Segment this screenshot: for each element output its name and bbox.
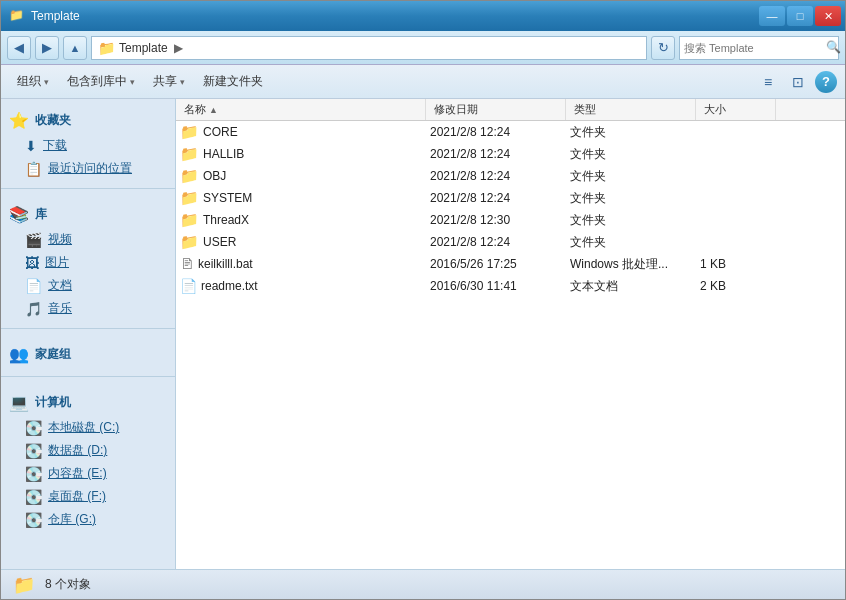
driveF-label: 桌面盘 (F:) [48, 488, 106, 505]
search-input[interactable] [684, 42, 822, 54]
driveG-label: 仓库 (G:) [48, 511, 96, 528]
downloads-label: 下载 [43, 137, 67, 154]
favorites-header[interactable]: ⭐ 收藏夹 [1, 107, 175, 134]
new-folder-button[interactable]: 新建文件夹 [195, 69, 271, 95]
table-row[interactable]: 🖹 keilkilll.bat 2016/5/26 17:25 Windows … [176, 253, 845, 275]
forward-button[interactable]: ▶ [35, 36, 59, 60]
cell-date: 2016/5/26 17:25 [430, 257, 570, 271]
sidebar-item-music[interactable]: 🎵 音乐 [1, 297, 175, 320]
include-button[interactable]: 包含到库中 ▾ [59, 69, 143, 95]
folder-icon: 📁 [180, 233, 199, 251]
computer-header[interactable]: 💻 计算机 [1, 389, 175, 416]
minimize-button[interactable]: — [759, 6, 785, 26]
main-area: ⭐ 收藏夹 ⬇ 下载 📋 最近访问的位置 📚 库 [1, 99, 845, 569]
driveE-label: 内容盘 (E:) [48, 465, 107, 482]
cell-date: 2021/2/8 12:24 [430, 147, 570, 161]
sidebar-item-driveC[interactable]: 💽 本地磁盘 (C:) [1, 416, 175, 439]
music-icon: 🎵 [25, 301, 42, 317]
table-row[interactable]: 📁 SYSTEM 2021/2/8 12:24 文件夹 [176, 187, 845, 209]
col-header-name[interactable]: 名称 ▲ [176, 99, 426, 120]
file-area: 名称 ▲ 修改日期 类型 大小 📁 CORE 2021/2/8 12:24 [176, 99, 845, 569]
file-name: ThreadX [203, 213, 249, 227]
help-button[interactable]: ? [815, 71, 837, 93]
sidebar-item-video[interactable]: 🎬 视频 [1, 228, 175, 251]
new-folder-label: 新建文件夹 [203, 73, 263, 90]
path-text: Template [119, 41, 168, 55]
driveC-label: 本地磁盘 (C:) [48, 419, 119, 436]
file-name: keilkilll.bat [198, 257, 253, 271]
cell-name: 📁 SYSTEM [180, 189, 430, 207]
sidebar-item-images[interactable]: 🖼 图片 [1, 251, 175, 274]
share-button[interactable]: 共享 ▾ [145, 69, 193, 95]
driveF-icon: 💽 [25, 489, 42, 505]
driveE-icon: 💽 [25, 466, 42, 482]
cell-type: 文件夹 [570, 234, 700, 251]
sort-arrow: ▲ [209, 105, 218, 115]
driveD-label: 数据盘 (D:) [48, 442, 107, 459]
back-button[interactable]: ◀ [7, 36, 31, 60]
folder-icon: 📁 [180, 145, 199, 163]
close-button[interactable]: ✕ [815, 6, 841, 26]
organize-label: 组织 [17, 73, 41, 90]
folder-icon: 📁 [180, 167, 199, 185]
cell-date: 2021/2/8 12:30 [430, 213, 570, 227]
sidebar-item-driveG[interactable]: 💽 仓库 (G:) [1, 508, 175, 531]
organize-dropdown-arrow: ▾ [44, 77, 49, 87]
address-bar: ◀ ▶ ▲ 📁 Template ▶ ↻ 🔍 [1, 31, 845, 65]
homegroup-label: 家庭组 [35, 346, 71, 363]
sidebar-item-driveD[interactable]: 💽 数据盘 (D:) [1, 439, 175, 462]
sidebar-item-recent[interactable]: 📋 最近访问的位置 [1, 157, 175, 180]
cell-type: 文件夹 [570, 146, 700, 163]
status-text: 8 个对象 [45, 576, 91, 593]
sidebar-item-docs[interactable]: 📄 文档 [1, 274, 175, 297]
up-button[interactable]: ▲ [63, 36, 87, 60]
sidebar-item-driveE[interactable]: 💽 内容盘 (E:) [1, 462, 175, 485]
search-box[interactable]: 🔍 [679, 36, 839, 60]
maximize-button[interactable]: □ [787, 6, 813, 26]
homegroup-header[interactable]: 👥 家庭组 [1, 341, 175, 368]
search-icon[interactable]: 🔍 [826, 40, 841, 56]
sidebar-item-downloads[interactable]: ⬇ 下载 [1, 134, 175, 157]
sidebar-section-favorites: ⭐ 收藏夹 ⬇ 下载 📋 最近访问的位置 [1, 99, 175, 184]
view-large-button[interactable]: ⊡ [785, 69, 811, 95]
docs-label: 文档 [48, 277, 72, 294]
cell-type: 文本文档 [570, 278, 700, 295]
window-icon: 📁 [9, 8, 25, 24]
organize-button[interactable]: 组织 ▾ [9, 69, 57, 95]
file-name: CORE [203, 125, 238, 139]
table-row[interactable]: 📁 CORE 2021/2/8 12:24 文件夹 [176, 121, 845, 143]
downloads-icon: ⬇ [25, 138, 37, 154]
view-details-button[interactable]: ≡ [755, 69, 781, 95]
music-label: 音乐 [48, 300, 72, 317]
table-row[interactable]: 📁 USER 2021/2/8 12:24 文件夹 [176, 231, 845, 253]
table-row[interactable]: 📁 HALLIB 2021/2/8 12:24 文件夹 [176, 143, 845, 165]
cell-size: 2 KB [700, 279, 780, 293]
col-header-date[interactable]: 修改日期 [426, 99, 566, 120]
driveC-icon: 💽 [25, 420, 42, 436]
library-label: 库 [35, 206, 47, 223]
address-path[interactable]: 📁 Template ▶ [91, 36, 647, 60]
cell-name: 📁 ThreadX [180, 211, 430, 229]
col-name-label: 名称 [184, 102, 206, 117]
path-folder-icon: 📁 [98, 40, 115, 56]
table-row[interactable]: 📄 readme.txt 2016/6/30 11:41 文本文档 2 KB [176, 275, 845, 297]
divider-1 [1, 188, 175, 189]
sidebar-item-driveF[interactable]: 💽 桌面盘 (F:) [1, 485, 175, 508]
file-name: HALLIB [203, 147, 244, 161]
file-list: 📁 CORE 2021/2/8 12:24 文件夹 📁 HALLIB 2021/… [176, 121, 845, 569]
cell-date: 2021/2/8 12:24 [430, 191, 570, 205]
divider-2 [1, 328, 175, 329]
divider-3 [1, 376, 175, 377]
cell-date: 2021/2/8 12:24 [430, 235, 570, 249]
table-row[interactable]: 📁 OBJ 2021/2/8 12:24 文件夹 [176, 165, 845, 187]
cell-name: 📄 readme.txt [180, 278, 430, 294]
col-header-type[interactable]: 类型 [566, 99, 696, 120]
table-row[interactable]: 📁 ThreadX 2021/2/8 12:30 文件夹 [176, 209, 845, 231]
folder-icon: 📁 [180, 211, 199, 229]
refresh-button[interactable]: ↻ [651, 36, 675, 60]
title-bar: 📁 Template — □ ✕ [1, 1, 845, 31]
library-header[interactable]: 📚 库 [1, 201, 175, 228]
col-header-size[interactable]: 大小 [696, 99, 776, 120]
toolbar: 组织 ▾ 包含到库中 ▾ 共享 ▾ 新建文件夹 ≡ ⊡ ? [1, 65, 845, 99]
file-name: USER [203, 235, 236, 249]
